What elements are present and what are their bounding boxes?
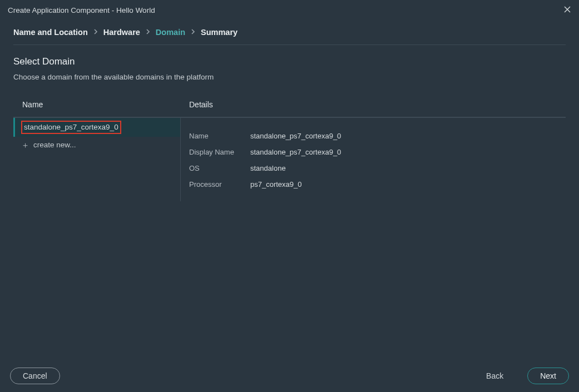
next-button[interactable]: Next <box>527 368 569 384</box>
plus-icon: ＋ <box>21 141 29 149</box>
breadcrumb-step-hardware[interactable]: Hardware <box>103 28 140 37</box>
chevron-right-icon <box>146 28 150 37</box>
detail-value-name: standalone_ps7_cortexa9_0 <box>250 132 341 140</box>
page-title: Select Domain <box>13 56 566 67</box>
column-header-name: Name <box>13 95 180 118</box>
create-new-label: create new... <box>33 141 76 149</box>
detail-row: OS standalone <box>189 160 557 176</box>
detail-key-display-name: Display Name <box>189 148 250 156</box>
detail-row: Name standalone_ps7_cortexa9_0 <box>189 128 557 144</box>
close-icon[interactable] <box>563 6 571 15</box>
detail-row: Display Name standalone_ps7_cortexa9_0 <box>189 144 557 160</box>
detail-key-processor: Processor <box>189 180 250 188</box>
create-new-domain[interactable]: ＋ create new... <box>13 137 180 152</box>
domain-list-item[interactable]: standalone_ps7_cortexa9_0 <box>13 118 180 137</box>
page-description: Choose a domain from the available domai… <box>13 73 566 81</box>
chevron-right-icon <box>93 28 98 37</box>
detail-value-processor: ps7_cortexa9_0 <box>250 180 302 188</box>
domain-list: standalone_ps7_cortexa9_0 ＋ create new..… <box>13 118 180 152</box>
breadcrumb-step-domain[interactable]: Domain <box>156 28 185 37</box>
domain-name-label: standalone_ps7_cortexa9_0 <box>21 121 121 134</box>
cancel-button[interactable]: Cancel <box>10 368 60 384</box>
detail-value-display-name: standalone_ps7_cortexa9_0 <box>250 148 341 156</box>
detail-key-os: OS <box>189 164 250 172</box>
breadcrumb-step-summary[interactable]: Summary <box>201 28 237 37</box>
window-title: Create Application Component - Hello Wor… <box>8 6 155 14</box>
chevron-right-icon <box>191 28 195 37</box>
details-panel: Name standalone_ps7_cortexa9_0 Display N… <box>180 118 566 202</box>
titlebar: Create Application Component - Hello Wor… <box>0 0 579 20</box>
breadcrumb-step-name-location[interactable]: Name and Location <box>13 28 88 37</box>
back-button[interactable]: Back <box>473 368 516 384</box>
footer: Cancel Back Next <box>10 368 569 384</box>
column-header-details: Details <box>180 95 566 118</box>
detail-row: Processor ps7_cortexa9_0 <box>189 176 557 192</box>
vertical-divider <box>180 118 181 201</box>
detail-value-os: standalone <box>250 164 286 172</box>
breadcrumb: Name and Location Hardware Domain Summar… <box>0 20 579 44</box>
detail-key-name: Name <box>189 132 250 140</box>
